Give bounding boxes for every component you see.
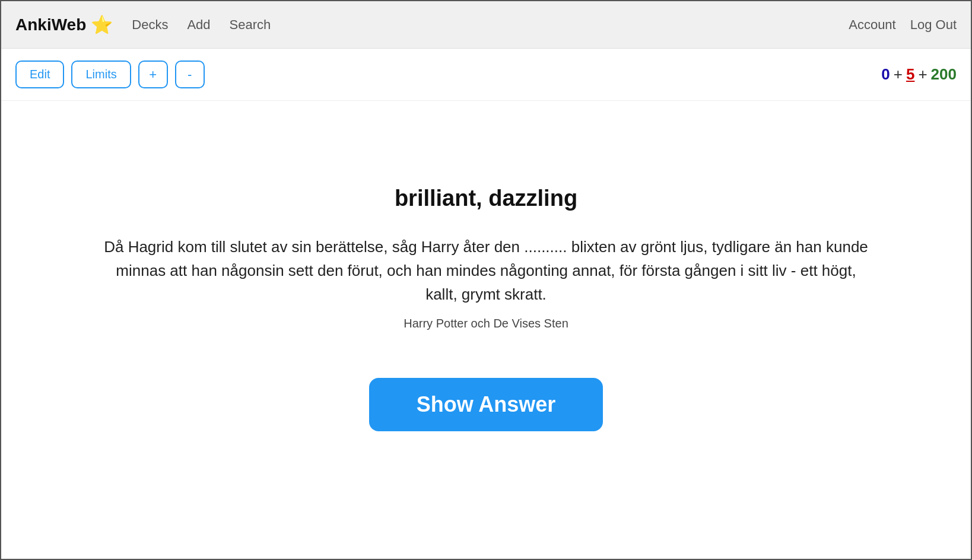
sep1: +	[894, 65, 903, 84]
nav-account[interactable]: Account	[849, 17, 896, 33]
nav-logout[interactable]: Log Out	[910, 17, 957, 33]
show-answer-button[interactable]: Show Answer	[369, 378, 603, 431]
sep2: +	[918, 65, 927, 84]
nav-right: Account Log Out	[849, 17, 957, 33]
nav-add[interactable]: Add	[187, 17, 210, 33]
edit-button[interactable]: Edit	[15, 61, 64, 88]
card-source: Harry Potter och De Vises Sten	[404, 317, 568, 330]
toolbar-left: Edit Limits + -	[15, 61, 881, 88]
navbar: AnkiWeb ⭐ Decks Add Search Account Log O…	[1, 1, 971, 49]
card-text: Då Hagrid kom till slutet av sin berätte…	[100, 235, 872, 307]
card-word: brilliant, dazzling	[395, 186, 577, 211]
count-green: 200	[931, 65, 957, 84]
toolbar: Edit Limits + - 0 + 5 + 200	[1, 49, 971, 101]
logo-text: AnkiWeb	[15, 15, 86, 34]
card-counts: 0 + 5 + 200	[881, 65, 957, 84]
nav-links: Decks Add Search	[132, 17, 849, 33]
limits-button[interactable]: Limits	[71, 61, 131, 88]
nav-decks[interactable]: Decks	[132, 17, 168, 33]
plus-button[interactable]: +	[138, 61, 168, 88]
count-red: 5	[906, 65, 914, 84]
nav-search[interactable]: Search	[230, 17, 271, 33]
card-area: brilliant, dazzling Då Hagrid kom till s…	[1, 101, 971, 504]
count-blue: 0	[881, 65, 890, 84]
logo-area: AnkiWeb ⭐	[15, 14, 113, 35]
minus-button[interactable]: -	[175, 61, 205, 88]
star-icon: ⭐	[91, 14, 113, 35]
